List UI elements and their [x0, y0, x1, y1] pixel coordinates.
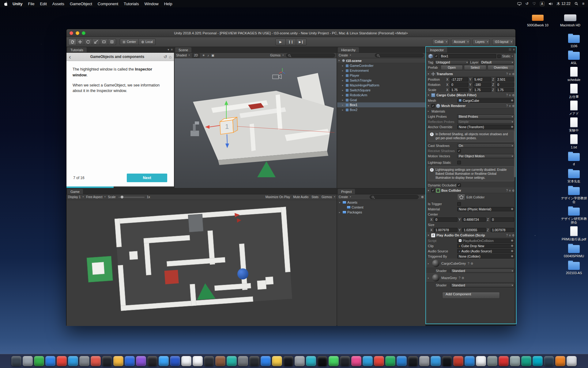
expand-arrow-icon[interactable]: ▸ — [342, 79, 345, 82]
size-z-field[interactable]: 1.007978 — [491, 228, 514, 232]
hierarchy-create-dropdown[interactable]: Create — [339, 54, 351, 57]
game-viewport[interactable] — [66, 200, 337, 326]
prefab-select-button[interactable]: Select — [464, 65, 486, 70]
expand-arrow-icon[interactable]: ▸ — [342, 109, 345, 111]
component-enabled-checkbox[interactable]: ✓ — [431, 104, 435, 108]
pivot-toggle-button[interactable]: Center — [120, 39, 139, 45]
lock-icon[interactable]: ⚿ — [509, 48, 511, 52]
dock-app-icon[interactable] — [204, 356, 214, 366]
mesh-filter-section-header[interactable]: ▼ Cargo Cube (Mesh Filter) ?≡⚙ — [426, 92, 516, 98]
desktop-icon[interactable]: 202103-AS — [560, 260, 587, 275]
hierarchy-item[interactable]: ▸ Goal — [337, 98, 425, 102]
dock-app-icon[interactable] — [465, 356, 475, 366]
add-component-button[interactable]: Add Component — [442, 292, 500, 299]
center-x-field[interactable]: 0 — [434, 217, 458, 222]
dock-app-icon[interactable] — [159, 356, 169, 366]
desktop-icon[interactable]: 1.txt — [560, 134, 587, 149]
account-dropdown[interactable]: Account — [451, 39, 470, 45]
volume-icon[interactable] — [548, 2, 553, 6]
dock-app-icon[interactable] — [261, 356, 271, 366]
heart-icon[interactable]: ♡ — [533, 2, 536, 6]
home-icon[interactable]: ⌂ — [169, 54, 172, 59]
y-value-field[interactable]: 1.75 — [473, 88, 491, 92]
x-value-field[interactable]: 1.75 — [450, 88, 468, 92]
maximize-on-play-toggle[interactable]: Maximize On Play — [266, 195, 290, 199]
layer-dropdown[interactable]: Default — [480, 60, 514, 64]
desktop-icon[interactable]: 500GBwork 10 — [524, 12, 551, 27]
cast-shadows-dropdown[interactable]: On — [457, 144, 514, 148]
next-button[interactable]: Next — [127, 174, 167, 182]
desktop-icon[interactable]: メアド — [560, 101, 587, 115]
physic-material-field[interactable]: None (Physic Material) — [457, 207, 514, 211]
dock-app-icon[interactable] — [170, 356, 180, 366]
dock-app-icon[interactable] — [79, 356, 89, 366]
project-item[interactable]: Content — [337, 205, 425, 210]
foldout-icon[interactable]: ▸ — [428, 262, 430, 265]
hierarchy-search-input[interactable] — [375, 53, 424, 57]
mesh-object-field[interactable]: CargoCube — [457, 98, 514, 103]
scene-effects-icon[interactable]: ▣ — [211, 54, 214, 57]
dock-app-icon[interactable] — [363, 356, 373, 366]
menu-item[interactable]: Unity — [13, 2, 23, 6]
dock-app-icon[interactable] — [329, 356, 339, 366]
dynamic-occluded-checkbox[interactable]: ✓ — [457, 183, 461, 187]
dock-app-icon[interactable] — [351, 356, 361, 366]
dock-app-icon[interactable] — [57, 356, 67, 366]
zoom-button[interactable] — [82, 31, 85, 35]
expand-arrow-icon[interactable]: ▸ — [342, 89, 345, 92]
center-z-field[interactable]: 0 — [491, 217, 514, 222]
help-icon[interactable]: ? — [506, 72, 508, 76]
expand-arrow-icon[interactable]: ▸ — [342, 69, 345, 72]
expand-arrow-icon[interactable]: ▸ — [342, 64, 345, 67]
dock-app-icon[interactable] — [272, 356, 282, 366]
desktop-icon[interactable]: 1106 — [560, 33, 587, 48]
x-value-field[interactable]: -17.227 — [450, 77, 468, 82]
space-toggle-button[interactable]: Local — [139, 39, 156, 45]
foldout-icon[interactable]: ▸ — [428, 277, 430, 279]
dock-app-icon[interactable] — [125, 356, 135, 366]
display-dropdown[interactable]: Display 1 — [68, 195, 84, 199]
dock-app-icon[interactable] — [567, 356, 577, 366]
desktop-icon[interactable]: 030405PRMU — [560, 243, 587, 258]
dock-app-icon[interactable] — [487, 356, 497, 366]
project-item[interactable]: ▸ Packages — [337, 210, 425, 215]
hierarchy-item[interactable]: ▸ SwitchTriangle — [337, 78, 425, 83]
foldout-icon[interactable]: ▼ — [427, 189, 430, 192]
mesh-renderer-section-header[interactable]: ▼ ✓ Mesh Renderer ?≡⚙ — [426, 103, 516, 109]
collab-dropdown[interactable]: Collab — [432, 39, 449, 45]
prefab-overrides-button[interactable]: Overrides — [488, 65, 514, 70]
hierarchy-item[interactable]: ▸ Box1 — [337, 102, 425, 107]
dock-app-icon[interactable] — [283, 356, 293, 366]
component-enabled-checkbox[interactable]: ✓ — [431, 189, 435, 192]
tab-hierarchy[interactable]: Hierarchy — [338, 47, 359, 52]
center-y-field[interactable]: 0.4899724 — [462, 217, 486, 222]
dock-app-icon[interactable] — [68, 356, 78, 366]
expand-arrow-icon[interactable]: ▸ — [342, 94, 345, 97]
tab-tutorials[interactable]: Tutorials — [67, 47, 87, 52]
project-search-input[interactable] — [370, 195, 419, 199]
foldout-icon[interactable]: ▼ — [427, 234, 430, 237]
presets-icon[interactable]: ≡ — [509, 189, 511, 192]
desktop-icon[interactable]: デザイン研究科教授会 — [560, 206, 587, 224]
panel-menu-caret-icon[interactable]: ▾ — [168, 48, 169, 51]
dock-app-icon[interactable] — [136, 356, 146, 366]
menu-clock[interactable]: 木 12:22 — [557, 1, 571, 6]
inspector-scrollbar[interactable] — [514, 53, 516, 323]
dock-app-icon[interactable] — [215, 356, 225, 366]
help-icon[interactable]: ? — [506, 189, 508, 192]
expand-arrow-icon[interactable]: ▸ — [342, 74, 345, 77]
scene-search-input[interactable] — [286, 53, 335, 57]
gizmo-z-axis[interactable] — [227, 134, 227, 144]
dock-app-icon[interactable] — [408, 356, 418, 366]
play-button[interactable]: ▶ — [275, 39, 286, 45]
dock-app-icon[interactable] — [340, 356, 350, 366]
tab-game[interactable]: Game — [67, 189, 83, 194]
dock-app-icon[interactable] — [295, 356, 305, 366]
is-trigger-checkbox[interactable] — [457, 202, 461, 206]
presets-icon[interactable]: ≡ — [509, 94, 511, 97]
selected-cargo-cube[interactable]: 1 — [220, 117, 238, 134]
static-checkbox[interactable] — [497, 55, 501, 58]
desktop-icon[interactable]: PRMU進行表.pdf — [560, 226, 587, 241]
dock-app-icon[interactable] — [544, 356, 554, 366]
menu-item[interactable]: Assets — [52, 2, 64, 6]
